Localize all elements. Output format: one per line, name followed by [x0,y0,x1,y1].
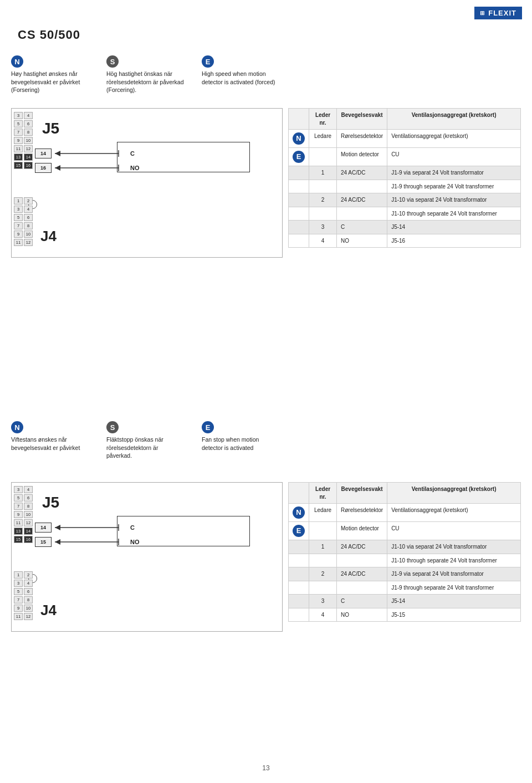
pin-grid-top-2: 3 4 5 6 7 8 9 10 11 12 13 14 15 16 [14,486,33,543]
bev-cell: 24 AC/DC [337,193,387,207]
logo-area: ⊞ FLEXIT [474,7,522,19]
diagram-inner-1: 3 4 5 6 7 8 9 10 11 12 13 14 15 16 J5 14 [12,109,282,257]
table-row: NLedareRørelsesdetektorVentilationsaggre… [289,130,521,148]
bev-cell [337,207,387,221]
vent-cell: CU [387,148,521,166]
table-row: 4NOJ5-15 [289,608,521,622]
bev-cell: NO [337,234,387,248]
leder-cell [309,180,337,193]
table-row: 124 AC/DCJ1-9 via separat 24 Volt transf… [289,166,521,180]
vent-cell: J1-9 via separat 24 Volt transformator [387,166,521,180]
info-table-2: Leder nr. Bevegelsesvakt Ventilasjonsagg… [288,482,521,622]
badge-cell [289,567,309,581]
pin-15: 15 [14,162,23,169]
pbot-3: 3 [14,206,23,213]
pin-5: 5 [14,120,23,127]
table-row: 4NOJ5-16 [289,234,521,248]
bev-cell: Motion detector [337,148,387,166]
badge-s1: S [106,55,119,68]
pin-16t: 16 [24,162,33,169]
desc-item-s2: S Fläktstopp önskas när rörelsesdetektor… [106,421,184,460]
badge-n1: N [11,55,23,68]
vent-cell: J1-9 through separate 24 Volt transforme… [387,581,521,595]
badge-cell [289,608,309,622]
bev-cell [337,581,387,595]
j5-label-1: J5 [42,120,59,137]
table2-header-row: Leder nr. Bevegelsesvakt Ventilasjonsagg… [289,483,521,504]
table-section-2: Leder nr. Bevegelsesvakt Ventilasjonsagg… [288,482,521,622]
pin-10: 10 [24,137,33,144]
pin-3: 3 [14,112,23,119]
leder-cell [309,148,337,166]
arrow-14-svg [55,149,127,158]
vent-cell: J5-15 [387,608,521,622]
page-title: CS 50/500 [18,28,80,42]
table-row: J1-9 through separate 24 Volt transforme… [289,180,521,193]
table-row: 3CJ5-14 [289,595,521,608]
desc-text-n1: Høy hastighet ønskes når bevegelsesvakt … [11,70,89,94]
desc-item-e1: E High speed when motion detector is act… [202,55,279,94]
j4-label-2: J4 [40,602,57,619]
vent-cell: J1-10 via separat 24 Volt transformator [387,193,521,207]
th-bev-1: Bevegelsesvakt [337,109,387,130]
bev-cell: 24 AC/DC [337,540,387,554]
leder-cell: Ledare [309,130,337,148]
page-number: 13 [262,764,269,772]
pin-6: 6 [24,120,33,127]
bev-cell: C [337,221,387,234]
j4-label-1: J4 [40,228,57,245]
vent-cell: J1-9 through separate 24 Volt transforme… [387,180,521,193]
leder-cell: 2 [309,193,337,207]
bev-cell [337,180,387,193]
badge-cell [289,193,309,207]
pin-14t: 14 [24,153,33,161]
pin-grid-top-1: 3 4 5 6 7 8 9 10 11 12 13 14 15 16 [14,112,33,169]
j5-label-2: J5 [42,494,59,511]
pbot-9: 9 [14,231,23,238]
diagram-inner-2: 3 4 5 6 7 8 9 10 11 12 13 14 15 16 J5 14 [12,483,282,631]
vent-cell: J1-10 through separate 24 Volt transform… [387,207,521,221]
leder-cell: 1 [309,540,337,554]
bev-cell [337,554,387,567]
pin-13: 13 [14,153,23,161]
badge-e2: E [202,421,214,433]
pbot-4: 4 [24,206,33,213]
leder-cell: 1 [309,166,337,180]
th-vent-1: Ventilasjonsaggregat (kretskort) [387,109,521,130]
leder-cell: 3 [309,221,337,234]
logo: ⊞ FLEXIT [474,7,522,19]
terminal-14-box-2: 14 [35,523,52,533]
desc-text-s2: Fläktstopp önskas när rörelsesdetektorn … [106,436,184,460]
section2-descriptions: N Viftestans ønskes når bevegelsesvakt e… [11,421,288,460]
th2-leder: Leder nr. [309,483,337,504]
desc-item-n1: N Høy hastighet ønskes når bevegelsesvak… [11,55,89,94]
table-row: J1-10 through separate 24 Volt transform… [289,554,521,567]
table-row: NLedareRørelsesdetektorVentilationsaggre… [289,504,521,522]
svg-marker-4 [55,165,60,171]
badge-cell: E [289,148,309,166]
connector-rect-2 [117,516,250,546]
table-row: 224 AC/DCJ1-10 via separat 24 Volt trans… [289,193,521,207]
leder-cell: 3 [309,595,337,608]
badge-cell [289,166,309,180]
arrow-15-svg [55,537,127,547]
pin-7: 7 [14,129,23,136]
logo-icon: ⊞ [480,10,485,16]
vent-cell: J1-10 via separat 24 Volt transformator [387,540,521,554]
pbot-12: 12 [24,239,33,246]
desc-text-e1: High speed when motion detector is activ… [202,70,279,86]
leder-cell [309,554,337,567]
table-row: 224 AC/DCJ1-9 via separat 24 Volt transf… [289,567,521,581]
badge-cell: N [289,130,309,148]
connector-rect-1 [117,142,250,172]
vent-cell: J5-16 [387,234,521,248]
section1-descriptions: N Høy hastighet ønskes når bevegelsesvak… [11,55,288,94]
leder-cell [309,207,337,221]
bev-cell: Rørelsesdetektor [337,504,387,522]
th-badge-1 [289,109,309,130]
vent-cell: J1-9 via separat 24 Volt transformator [387,567,521,581]
desc-item-s1: S Hög hastighet önskas när rörelsesdetek… [106,55,184,94]
table-row: 124 AC/DCJ1-10 via separat 24 Volt trans… [289,540,521,554]
th2-badge [289,483,309,504]
leder-cell: 4 [309,608,337,622]
